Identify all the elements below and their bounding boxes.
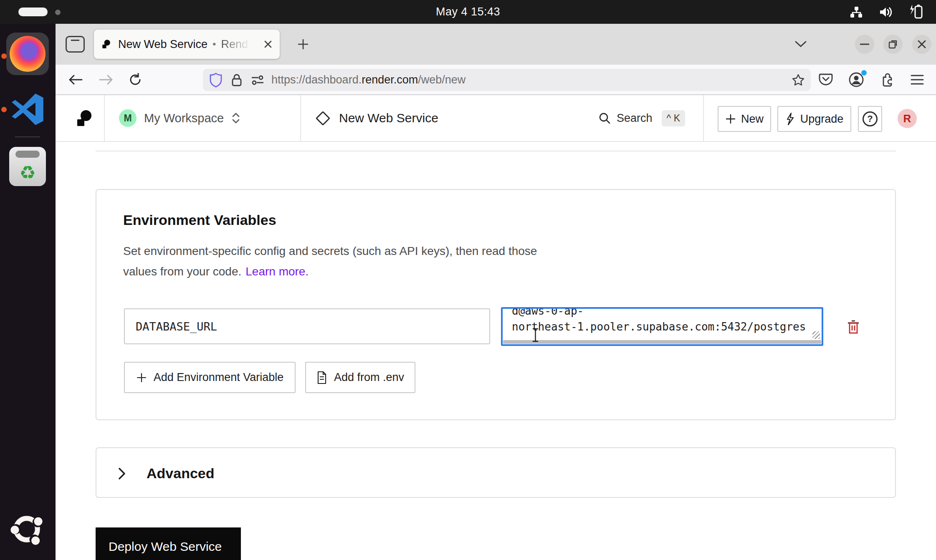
vscode-running-dot <box>1 107 7 112</box>
system-clock[interactable]: May 4 15:43 <box>0 0 936 24</box>
window-close-button[interactable] <box>912 35 931 54</box>
url-bar[interactable]: https://dashboard.render.com/web/new <box>203 69 811 91</box>
advanced-toggle[interactable]: Advanced <box>117 448 215 499</box>
pocket-button[interactable] <box>814 65 837 94</box>
ubuntu-logo-icon <box>8 510 46 548</box>
add-env-var-button[interactable]: Add Environment Variable <box>124 362 296 393</box>
workspace-name: My Workspace <box>144 111 224 125</box>
active-tab[interactable]: New Web Service • Rend <box>94 30 280 59</box>
document-icon <box>316 371 327 384</box>
tab-title-separator: • <box>212 38 216 50</box>
advanced-card[interactable]: Advanced <box>96 447 896 498</box>
reload-icon <box>129 73 142 86</box>
url-path: /web/new <box>418 73 465 86</box>
render-logo[interactable] <box>74 108 94 129</box>
delete-env-var-button[interactable] <box>846 319 861 336</box>
dock-trash-button[interactable]: ♻ <box>9 147 46 186</box>
help-icon: ? <box>863 111 878 126</box>
description-line-1: Set environment-specific config and secr… <box>123 245 537 257</box>
service-diamond-icon <box>316 111 330 125</box>
trash-lid <box>15 151 40 158</box>
section-heading: Environment Variables <box>123 212 276 228</box>
tab-close-button[interactable] <box>263 39 273 49</box>
account-notification-dot <box>861 70 867 76</box>
text-cursor-pointer <box>531 328 540 343</box>
tab-title-clipped: Rend <box>221 38 252 51</box>
window-minimize-button[interactable] <box>855 35 874 54</box>
forward-icon <box>99 74 113 85</box>
puzzle-icon <box>879 72 894 87</box>
url-domain: render.com <box>362 73 418 86</box>
search-button[interactable]: Search ^ K <box>598 95 685 141</box>
tab-bar: New Web Service • Rend <box>56 24 936 65</box>
upgrade-button[interactable]: Upgrade <box>777 106 851 132</box>
battery-charging-icon <box>908 4 923 20</box>
dock-firefox-button[interactable] <box>6 33 49 75</box>
system-tray[interactable] <box>849 0 923 24</box>
lightning-icon <box>785 112 795 126</box>
dock-show-apps-button[interactable] <box>8 510 46 548</box>
add-env-var-label: Add Environment Variable <box>154 371 284 384</box>
advanced-label: Advanced <box>147 465 215 482</box>
header-divider <box>703 95 704 141</box>
permissions-icon <box>250 74 265 86</box>
trash-icon <box>846 319 860 336</box>
add-from-env-button[interactable]: Add from .env <box>305 362 415 393</box>
render-favicon <box>101 39 111 50</box>
env-value-textarea[interactable]: d@aws-0-ap- northeast-1.pooler.supabase.… <box>501 307 823 346</box>
render-dashboard-page: M My Workspace New Web Service Search ^ … <box>56 95 936 560</box>
firefox-view-button[interactable] <box>66 36 85 53</box>
new-button[interactable]: New <box>718 106 771 132</box>
app-menu-button[interactable] <box>906 65 929 94</box>
dock-separator <box>15 136 40 137</box>
recycle-icon: ♻ <box>9 159 46 186</box>
url-text: https://dashboard.render.com/web/new <box>271 73 465 86</box>
new-button-label: New <box>741 113 764 126</box>
textarea-horizontal-scrollbar[interactable] <box>503 340 821 344</box>
textarea-resize-handle[interactable] <box>812 331 820 339</box>
user-avatar[interactable]: R <box>898 109 917 128</box>
back-icon <box>68 74 83 85</box>
close-icon <box>917 40 926 49</box>
page-title: New Web Service <box>339 111 438 125</box>
upgrade-button-label: Upgrade <box>800 113 844 126</box>
firefox-icon <box>10 36 46 72</box>
reload-button[interactable] <box>124 65 147 94</box>
list-all-tabs-button[interactable] <box>790 35 811 54</box>
header-divider <box>104 95 105 141</box>
bookmark-star-button[interactable] <box>792 73 805 87</box>
help-button[interactable]: ? <box>858 106 882 132</box>
search-label: Search <box>617 112 653 125</box>
plus-icon <box>725 114 736 124</box>
deploy-button-label: Deploy Web Service <box>109 540 222 554</box>
minimize-icon <box>860 43 869 45</box>
env-key-input[interactable]: DATABASE_URL <box>124 308 490 344</box>
dock-vscode-button[interactable] <box>9 91 46 128</box>
section-description: Set environment-specific config and secr… <box>123 241 537 282</box>
hamburger-menu-icon <box>911 74 924 85</box>
tracking-protection-shield-icon <box>209 72 223 88</box>
url-prefix: https://dashboard. <box>271 73 362 86</box>
previous-card-edge <box>96 151 896 151</box>
env-key-value: DATABASE_URL <box>136 320 217 333</box>
add-from-env-label: Add from .env <box>334 371 404 384</box>
account-icon <box>848 72 864 88</box>
deploy-web-service-button[interactable]: Deploy Web Service <box>96 527 241 560</box>
account-button[interactable] <box>845 65 868 94</box>
description-line-2: values from your code. <box>123 265 241 278</box>
window-restore-button[interactable] <box>883 35 903 54</box>
forward-button[interactable] <box>94 65 118 94</box>
pocket-icon <box>819 73 833 86</box>
network-icon <box>849 5 863 19</box>
system-top-bar: May 4 15:43 <box>0 0 936 24</box>
page-title-group: New Web Service <box>318 95 438 141</box>
back-button[interactable] <box>64 65 87 94</box>
chevron-right-icon <box>117 467 126 481</box>
workspace-switcher[interactable]: M My Workspace <box>119 95 240 141</box>
firefox-view-icon <box>71 40 79 41</box>
extensions-button[interactable] <box>875 65 898 94</box>
plus-icon <box>136 372 147 383</box>
select-chevrons-icon <box>231 112 240 124</box>
learn-more-link[interactable]: Learn more. <box>245 265 309 278</box>
new-tab-button[interactable] <box>292 33 314 55</box>
